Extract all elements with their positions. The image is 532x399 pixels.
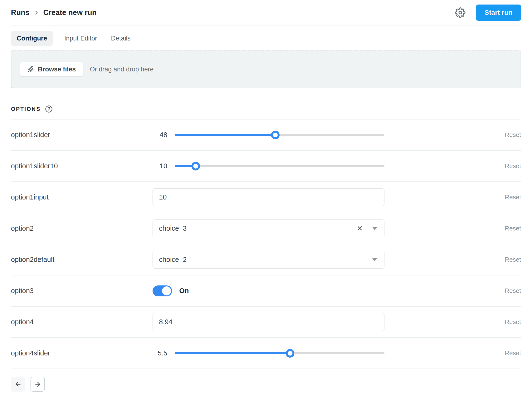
option-row-option4slider: option4slider 5.5 Reset <box>11 338 521 369</box>
arrow-right-icon <box>34 381 41 388</box>
slider-knob[interactable] <box>271 131 279 139</box>
options-title: OPTIONS <box>11 106 41 112</box>
tab-input-editor[interactable]: Input Editor <box>62 31 100 46</box>
reset-button[interactable]: Reset <box>505 256 521 263</box>
slider-fill <box>175 134 275 136</box>
toggle-switch[interactable] <box>152 285 172 296</box>
page-header: Runs Create new run Start run <box>11 0 521 25</box>
tab-bar: Configure Input Editor Details <box>11 31 521 46</box>
chevron-right-icon <box>33 10 40 16</box>
option-label: option1slider10 <box>11 162 152 170</box>
option-text-input[interactable] <box>152 313 385 331</box>
option-select[interactable]: choice_2 <box>152 251 385 269</box>
prev-page-button[interactable] <box>11 377 25 392</box>
slider-value: 5.5 <box>152 349 167 357</box>
option-row-option2default: option2default choice_2 Reset <box>11 244 521 276</box>
options-section-header: OPTIONS <box>11 105 521 119</box>
slider-value: 48 <box>152 131 167 139</box>
reset-button[interactable]: Reset <box>505 162 521 170</box>
file-dropzone[interactable]: Browse files Or drag and drop here <box>11 50 521 88</box>
drag-drop-hint: Or drag and drop here <box>90 66 153 73</box>
chevron-down-icon[interactable] <box>372 227 377 230</box>
option-label: option2 <box>11 225 152 232</box>
option-row-option2: option2 choice_3 ✕ Reset <box>11 213 521 244</box>
reset-button[interactable]: Reset <box>505 350 521 357</box>
option-label: option2default <box>11 256 152 264</box>
paperclip-icon <box>27 66 34 73</box>
browse-files-label: Browse files <box>38 66 76 73</box>
start-run-button[interactable]: Start run <box>476 5 521 21</box>
browse-files-button[interactable]: Browse files <box>20 62 83 77</box>
slider-knob[interactable] <box>191 162 200 171</box>
option-label: option4 <box>11 318 152 326</box>
toggle-state-label: On <box>179 287 189 295</box>
chevron-down-icon[interactable] <box>372 258 377 261</box>
next-page-button[interactable] <box>31 377 45 392</box>
option-row-option1slider: option1slider 48 Reset <box>11 120 521 151</box>
select-value: choice_2 <box>159 256 187 264</box>
option-row-option1input: option1input Reset <box>11 182 521 213</box>
breadcrumb: Runs Create new run <box>11 8 96 17</box>
arrow-left-icon <box>14 381 22 388</box>
reset-button[interactable]: Reset <box>505 287 521 294</box>
slider-fill <box>175 352 290 354</box>
reset-button[interactable]: Reset <box>505 131 521 138</box>
reset-button[interactable]: Reset <box>505 225 521 232</box>
option-text-input[interactable] <box>152 188 385 206</box>
slider-value: 10 <box>152 162 167 170</box>
tab-details[interactable]: Details <box>109 31 133 46</box>
clear-icon[interactable]: ✕ <box>357 225 363 232</box>
reset-button[interactable]: Reset <box>505 194 521 201</box>
breadcrumb-runs-link[interactable]: Runs <box>11 8 30 17</box>
toggle-knob <box>162 286 171 295</box>
pagination <box>11 377 521 392</box>
help-icon[interactable] <box>45 105 53 113</box>
option-row-option1slider10: option1slider10 10 Reset <box>11 151 521 182</box>
reset-button[interactable]: Reset <box>505 318 521 325</box>
slider[interactable] <box>175 134 385 136</box>
slider[interactable] <box>175 165 385 167</box>
option-label: option1slider <box>11 131 152 139</box>
option-select[interactable]: choice_3 ✕ <box>152 220 385 237</box>
option-row-option4: option4 Reset <box>11 307 521 338</box>
option-row-option3: option3 On Reset <box>11 276 521 307</box>
page-title: Create new run <box>43 8 97 17</box>
options-list: option1slider 48 Reset option1slider10 1… <box>11 119 521 369</box>
gear-icon[interactable] <box>455 7 466 18</box>
slider-knob[interactable] <box>286 349 294 358</box>
option-label: option3 <box>11 287 152 295</box>
option-label: option1input <box>11 193 152 201</box>
slider[interactable] <box>175 352 385 354</box>
option-label: option4slider <box>11 349 152 357</box>
select-value: choice_3 <box>159 225 187 232</box>
tab-configure[interactable]: Configure <box>11 31 53 46</box>
